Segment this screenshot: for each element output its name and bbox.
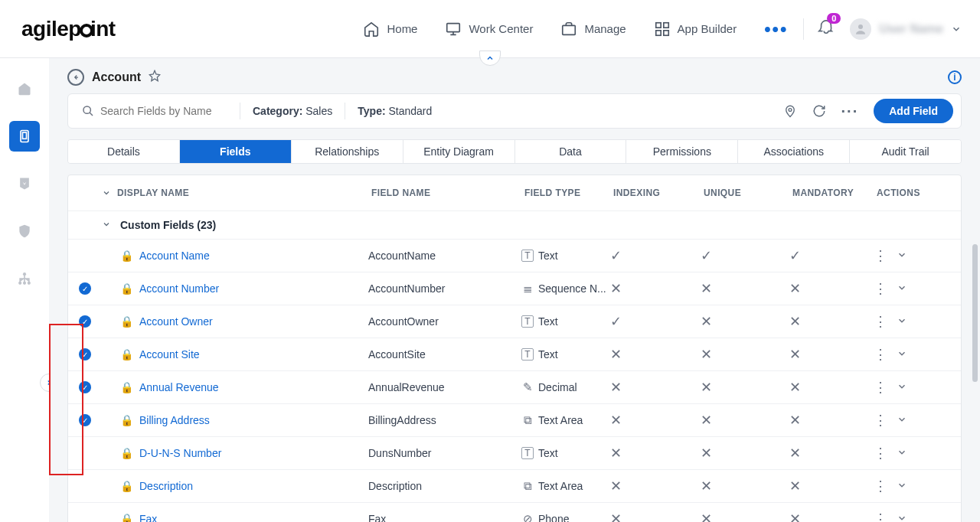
home-icon [363, 21, 380, 38]
type-filter[interactable]: Type: Standard [358, 105, 432, 117]
row-expand-button[interactable] [897, 381, 907, 394]
field-link[interactable]: Account Number [139, 282, 219, 295]
field-link[interactable]: Account Owner [139, 315, 213, 328]
tab-permissions[interactable]: Permissions [626, 140, 738, 163]
row-menu-button[interactable]: ⋮ [874, 347, 887, 361]
tab-entity-diagram[interactable]: Entity Diagram [403, 140, 515, 163]
table-row[interactable]: 🔒FaxFax⊘Phone✕✕✕⋮ [68, 503, 961, 522]
row-expand-button[interactable] [897, 513, 907, 523]
page-title: Account [92, 70, 141, 84]
row-expand-button[interactable] [897, 315, 907, 328]
tab-details[interactable]: Details [68, 140, 180, 163]
top-nav: Home Work Center Manage App Builder ••• [363, 18, 788, 40]
table-row[interactable]: 🔒D-U-N-S NumberDunsNumberTText✕✕✕⋮ [68, 437, 961, 470]
table-row[interactable]: ✓🔒Account NumberAccountNumber≣Sequence N… [68, 272, 961, 305]
field-link[interactable]: D-U-N-S Number [139, 447, 221, 459]
row-menu-button[interactable]: ⋮ [874, 380, 887, 394]
star-icon [149, 70, 161, 82]
back-button[interactable] [67, 69, 84, 86]
briefcase-icon [560, 21, 577, 38]
col-indexing[interactable]: INDEXING [613, 188, 704, 198]
row-expand-button[interactable] [897, 414, 907, 427]
download-icon [17, 176, 32, 191]
tab-audit-trail[interactable]: Audit Trail [850, 140, 961, 163]
tab-data[interactable]: Data [515, 140, 627, 163]
col-field-type[interactable]: FIELD TYPE [524, 188, 613, 198]
field-link[interactable]: Billing Address [139, 414, 210, 426]
field-name-cell: Fax [368, 513, 521, 522]
favorite-button[interactable] [149, 70, 161, 85]
category-filter[interactable]: Category: Sales [253, 105, 332, 117]
row-menu-button[interactable]: ⋮ [874, 512, 887, 522]
row-menu-button[interactable]: ⋮ [874, 249, 887, 263]
field-name-cell: BillingAddress [368, 414, 521, 426]
row-expand-button[interactable] [897, 250, 907, 263]
group-custom-fields[interactable]: Custom Fields (23) [68, 211, 961, 240]
table-row[interactable]: ✓🔒Annual RevenueAnnualRevenue✎Decimal✕✕✕… [68, 371, 961, 404]
row-expand-button[interactable] [897, 480, 907, 493]
info-button[interactable]: i [948, 70, 962, 84]
field-type-cell: ✎Decimal [521, 381, 610, 393]
more-button[interactable]: ··· [841, 103, 859, 120]
table-row[interactable]: ✓🔒Account SiteAccountSiteTText✕✕✕⋮ [68, 338, 961, 371]
tab-fields[interactable]: Fields [180, 140, 292, 163]
nav-more[interactable]: ••• [764, 18, 788, 40]
row-select[interactable]: ✓ [79, 315, 102, 328]
sidebar-hierarchy[interactable] [9, 263, 40, 294]
tab-relationships[interactable]: Relationships [292, 140, 403, 163]
sidebar-security[interactable] [9, 216, 40, 246]
field-name-cell: AccountSite [368, 348, 521, 361]
lock-icon: 🔒 [120, 513, 133, 522]
field-link[interactable]: Account Name [139, 250, 210, 262]
scrollbar[interactable] [972, 244, 978, 382]
location-button[interactable] [783, 104, 797, 118]
field-link[interactable]: Account Site [139, 348, 200, 361]
unique-cell: ✕ [701, 313, 789, 330]
col-display-name[interactable]: DISPLAY NAME [102, 188, 371, 198]
row-menu-button[interactable]: ⋮ [874, 413, 887, 427]
sidebar-import[interactable] [9, 168, 40, 199]
field-link[interactable]: Description [139, 480, 193, 492]
user-menu[interactable]: User Name [850, 18, 962, 40]
monitor-icon [445, 21, 462, 38]
actions-cell: ⋮ [874, 347, 935, 361]
nav-work-center[interactable]: Work Center [445, 21, 533, 38]
row-select[interactable]: ✓ [79, 414, 102, 426]
col-mandatory[interactable]: MANDATORY [792, 188, 877, 198]
table-row[interactable]: ✓🔒Billing AddressBillingAddress⧉Text Are… [68, 404, 961, 437]
field-link[interactable]: Annual Revenue [139, 381, 219, 393]
nav-home[interactable]: Home [363, 21, 417, 38]
notifications[interactable]: 0 [818, 19, 835, 39]
row-select[interactable]: ✓ [79, 348, 102, 361]
app-header: agilepint Home Work Center Manage App Bu… [0, 0, 980, 58]
row-menu-button[interactable]: ⋮ [874, 315, 887, 328]
row-expand-button[interactable] [897, 282, 907, 295]
table-row[interactable]: 🔒DescriptionDescription⧉Text Area✕✕✕⋮ [68, 470, 961, 503]
person-icon [854, 22, 867, 36]
row-expand-button[interactable] [897, 447, 907, 460]
row-select[interactable]: ✓ [79, 381, 102, 393]
col-field-name[interactable]: FIELD NAME [371, 188, 524, 198]
table-row[interactable]: ✓🔒Account OwnerAccountOwnerTText✓✕✕⋮ [68, 305, 961, 338]
row-menu-button[interactable]: ⋮ [874, 282, 887, 295]
sidebar-entities[interactable] [9, 121, 40, 152]
col-unique[interactable]: UNIQUE [704, 188, 792, 198]
row-select[interactable]: ✓ [79, 282, 102, 295]
field-type-cell: ⊘Phone [521, 513, 610, 522]
refresh-button[interactable] [812, 104, 826, 118]
type-icon: T [521, 447, 534, 459]
sidebar-home[interactable] [9, 73, 40, 104]
row-menu-button[interactable]: ⋮ [874, 446, 887, 460]
row-expand-button[interactable] [897, 348, 907, 361]
check-icon: ✓ [79, 315, 91, 328]
field-link[interactable]: Fax [139, 513, 157, 522]
nav-app-builder[interactable]: App Builder [654, 21, 737, 38]
search-input[interactable] [100, 105, 215, 117]
tab-associations[interactable]: Associations [738, 140, 850, 163]
svg-point-12 [28, 282, 31, 285]
add-field-button[interactable]: Add Field [874, 99, 953, 123]
row-menu-button[interactable]: ⋮ [874, 479, 887, 493]
table-row[interactable]: 🔒Account NameAccountNameTText✓✓✓⋮ [68, 240, 961, 272]
nav-manage[interactable]: Manage [560, 21, 626, 38]
apps-icon [654, 21, 671, 38]
